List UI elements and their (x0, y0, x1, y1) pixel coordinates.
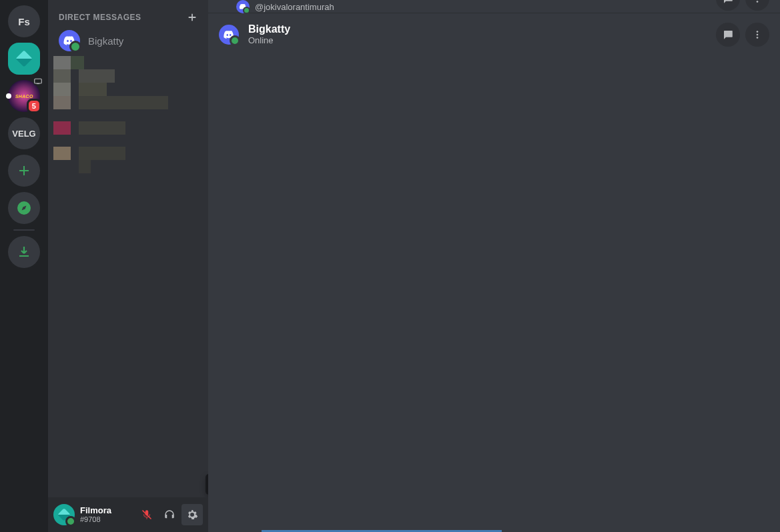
self-user-info[interactable]: Filmora #9708 (80, 505, 136, 525)
more-icon (751, 0, 763, 5)
mute-mic-button[interactable] (136, 504, 157, 525)
download-apps-button[interactable] (8, 236, 40, 268)
prev-message-button[interactable] (716, 0, 740, 11)
profile-name: Bigkatty (248, 23, 290, 35)
gear-icon (186, 509, 198, 521)
previous-search-strip: @jokivalorantimurah (208, 0, 780, 13)
dm-item-bigkatty[interactable]: Bigkatty (53, 27, 203, 55)
status-online-icon (230, 35, 240, 46)
profile-row: Bigkatty Online (208, 13, 780, 56)
svg-point-5 (757, 31, 759, 33)
svg-rect-0 (35, 79, 42, 83)
svg-point-4 (757, 1, 759, 3)
server-rail: Fs SHACO 5 VELG (0, 0, 48, 532)
dm-column: DIRECT MESSAGES Bigkatty User Settings (48, 0, 208, 532)
message-button[interactable] (716, 23, 740, 47)
server-velg[interactable]: VELG (8, 117, 40, 149)
profile-actions (716, 23, 769, 47)
dm-header-label: DIRECT MESSAGES (59, 13, 141, 22)
svg-point-6 (757, 34, 759, 36)
avatar[interactable] (219, 25, 239, 45)
profile-text: Bigkatty Online (248, 23, 290, 47)
home-server[interactable]: Fs (8, 5, 40, 37)
more-button[interactable] (745, 23, 769, 47)
avatar (236, 0, 250, 13)
user-settings-button[interactable] (181, 504, 203, 525)
svg-rect-1 (37, 83, 40, 84)
add-server-button[interactable] (8, 155, 40, 187)
self-tag: #9708 (80, 515, 136, 524)
message-icon (722, 0, 734, 5)
server-pill-indicator (6, 93, 11, 99)
plus-icon (16, 163, 32, 179)
shaco-label: SHACO (15, 94, 33, 99)
status-online-icon (65, 516, 76, 527)
create-dm-button[interactable] (187, 12, 198, 23)
screen-share-icon (33, 77, 43, 85)
search-handle: @jokivalorantimurah (255, 2, 334, 12)
status-online-icon (69, 41, 81, 53)
compass-icon (16, 200, 32, 216)
server-filmora[interactable] (8, 43, 40, 75)
download-icon (16, 244, 32, 260)
svg-point-7 (757, 37, 759, 39)
status-online-icon (243, 7, 250, 14)
server-shaco[interactable]: SHACO 5 (8, 80, 40, 112)
message-icon (722, 29, 734, 41)
self-username: Filmora (80, 505, 136, 516)
filmora-logo-icon (15, 50, 32, 67)
home-server-label: Fs (18, 16, 30, 27)
notification-badge: 5 (27, 99, 41, 113)
footer-controls (136, 504, 203, 525)
mic-muted-icon (141, 509, 153, 521)
server-separator (13, 229, 35, 231)
plus-icon (187, 12, 198, 23)
profile-status-label: Online (248, 35, 290, 47)
dm-item-label: Bigkatty (88, 35, 123, 47)
deafen-button[interactable] (159, 504, 180, 525)
avatar (59, 30, 80, 51)
server-velg-label: VELG (12, 129, 35, 139)
dm-list: Bigkatty (48, 27, 208, 55)
main-content: @jokivalorantimurah Bigkatty Online (208, 0, 780, 532)
self-avatar[interactable] (53, 504, 75, 525)
dm-header: DIRECT MESSAGES (48, 0, 208, 27)
headphones-icon (163, 509, 175, 521)
explore-servers-button[interactable] (8, 192, 40, 224)
more-icon (751, 29, 763, 41)
user-footer: Filmora #9708 (48, 497, 208, 532)
prev-more-button[interactable] (745, 0, 769, 11)
redacted-dm-items (48, 56, 208, 173)
